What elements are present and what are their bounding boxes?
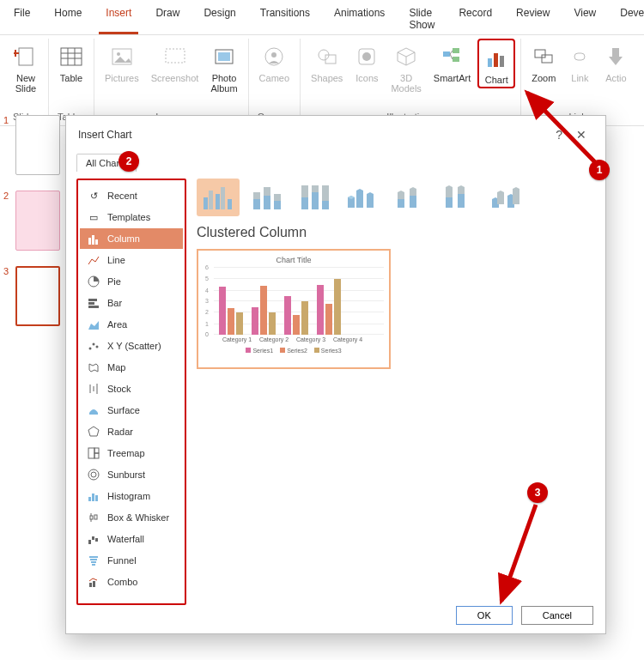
chart-subtype-title: Clustered Column — [197, 225, 595, 240]
svg-rect-79 — [322, 201, 329, 209]
type-bar[interactable]: Bar — [80, 293, 183, 313]
slide-frame — [15, 115, 60, 175]
svg-point-47 — [91, 472, 96, 477]
svg-rect-63 — [93, 581, 95, 587]
type-surface[interactable]: Surface — [80, 400, 183, 421]
subtype-3d-column[interactable] — [485, 179, 528, 216]
type-column[interactable]: Column — [80, 228, 183, 249]
type-radar[interactable]: Radar — [80, 421, 183, 442]
link-button[interactable]: Link — [562, 39, 597, 85]
group-illustrations: Shapes Icons 3D Models SmartArt Chart Il… — [301, 39, 521, 125]
type-waterfall[interactable]: Waterfall — [80, 529, 183, 549]
table-button[interactable]: Table — [54, 39, 88, 85]
ok-button[interactable]: OK — [456, 606, 513, 625]
type-sunburst[interactable]: Sunburst — [80, 464, 183, 485]
type-line[interactable]: Line — [80, 250, 183, 270]
action-button[interactable]: Actio — [598, 39, 633, 85]
type-treemap[interactable]: Treemap — [80, 443, 183, 463]
type-area[interactable]: Area — [80, 314, 183, 335]
svg-rect-50 — [95, 495, 98, 501]
svg-rect-64 — [204, 197, 208, 209]
subtype-stacked-column[interactable] — [245, 179, 288, 216]
chart-icon — [484, 46, 508, 70]
pictures-button[interactable]: Pictures — [100, 39, 144, 85]
cameo-button[interactable]: Cameo — [254, 39, 295, 85]
screenshot-button[interactable]: Screenshot — [146, 39, 204, 85]
svg-rect-74 — [274, 194, 281, 201]
tab-record[interactable]: Record — [452, 3, 499, 34]
tab-view[interactable]: View — [567, 3, 603, 34]
tab-review[interactable]: Review — [509, 3, 556, 34]
svg-rect-68 — [228, 199, 232, 209]
svg-rect-62 — [89, 583, 92, 587]
dialog-close-button[interactable]: ✕ — [569, 124, 593, 145]
type-pie[interactable]: Pie — [80, 271, 183, 292]
photo-album-button[interactable]: Photo Album — [205, 39, 242, 95]
tab-animations[interactable]: Animations — [327, 3, 392, 34]
pictures-icon — [110, 45, 134, 69]
chart-type-list: ↺Recent ▭Templates Column Line Pie Bar A… — [76, 179, 186, 605]
type-boxwhisker[interactable]: Box & Whisker — [80, 507, 183, 528]
dialog-help-button[interactable]: ? — [549, 124, 569, 145]
subtype-3d-stacked[interactable] — [389, 179, 432, 216]
type-funnel[interactable]: Funnel — [80, 550, 183, 571]
cancel-button[interactable]: Cancel — [521, 606, 593, 625]
type-combo[interactable]: Combo — [80, 572, 183, 592]
type-stock[interactable]: Stock — [80, 378, 183, 399]
tab-design[interactable]: Design — [197, 3, 242, 34]
tab-developer[interactable]: Develo — [613, 3, 644, 34]
subtype-clustered-column[interactable] — [197, 179, 240, 216]
scatter-icon — [87, 339, 100, 353]
svg-rect-60 — [91, 561, 96, 563]
3d-models-button[interactable]: 3D Models — [386, 39, 426, 95]
chart-button[interactable]: Chart — [477, 39, 515, 88]
type-recent[interactable]: ↺Recent — [80, 185, 183, 206]
slide-frame — [15, 191, 60, 251]
svg-rect-12 — [218, 52, 230, 61]
slide-thumb-2[interactable]: 2 — [3, 191, 64, 251]
svg-rect-0 — [19, 48, 33, 65]
tab-insert[interactable]: Insert — [99, 3, 138, 34]
chart-preview[interactable]: Chart Title 6 5 4 3 2 1 0 — [197, 249, 391, 369]
svg-point-9 — [117, 52, 120, 56]
subtype-3d-clustered[interactable] — [341, 179, 384, 216]
type-map[interactable]: Map — [80, 357, 183, 378]
svg-marker-42 — [88, 427, 99, 436]
icons-button[interactable]: Icons — [349, 39, 384, 85]
smartart-button[interactable]: SmartArt — [428, 39, 476, 85]
svg-rect-73 — [274, 201, 281, 209]
cube-icon — [394, 45, 418, 69]
slide-thumb-3[interactable]: 3 — [3, 266, 64, 326]
svg-rect-61 — [92, 564, 95, 566]
line-icon — [87, 253, 100, 267]
type-templates[interactable]: ▭Templates — [80, 207, 183, 227]
svg-point-14 — [271, 52, 276, 58]
subtype-3d-100-stacked[interactable] — [437, 179, 480, 216]
svg-rect-48 — [88, 497, 91, 501]
zoom-icon — [532, 45, 556, 69]
subtype-100-stacked-column[interactable] — [293, 179, 336, 216]
svg-rect-65 — [209, 191, 213, 209]
svg-rect-21 — [453, 57, 459, 62]
type-scatter[interactable]: X Y (Scatter) — [80, 336, 183, 356]
tab-home[interactable]: Home — [47, 3, 88, 34]
pie-icon — [87, 275, 100, 288]
svg-rect-30 — [92, 235, 94, 245]
new-slide-button[interactable]: New Slide — [9, 39, 43, 95]
callout-1: 1 — [589, 160, 610, 180]
svg-rect-24 — [488, 58, 492, 67]
table-icon — [59, 45, 83, 69]
tab-draw[interactable]: Draw — [149, 3, 186, 34]
type-histogram[interactable]: Histogram — [80, 486, 183, 506]
tab-file[interactable]: File — [7, 3, 37, 34]
svg-point-46 — [88, 469, 99, 480]
svg-rect-66 — [216, 194, 220, 209]
zoom-button[interactable]: Zoom — [526, 39, 561, 85]
tab-slideshow[interactable]: Slide Show — [402, 3, 441, 34]
tab-transitions[interactable]: Transitions — [253, 3, 317, 34]
slide-frame — [15, 266, 60, 326]
slide-thumb-1[interactable]: 1 — [3, 115, 64, 175]
shapes-icon — [315, 45, 339, 69]
shapes-button[interactable]: Shapes — [306, 39, 348, 85]
svg-rect-54 — [94, 515, 97, 519]
